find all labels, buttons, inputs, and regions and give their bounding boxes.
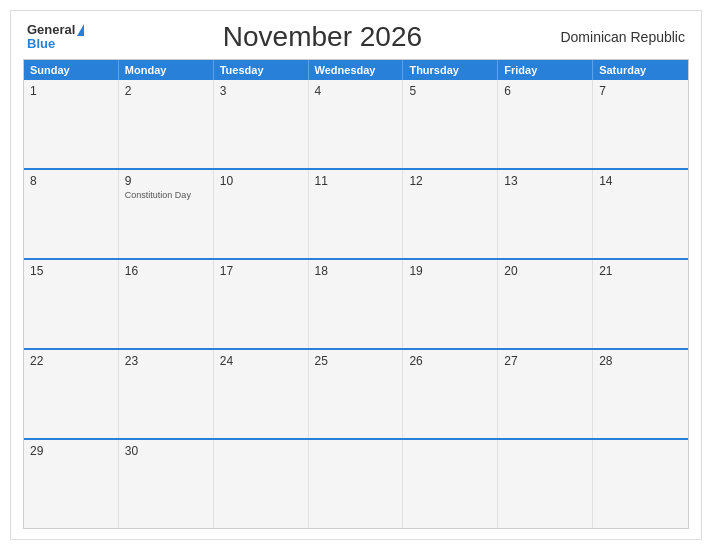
logo: General Blue: [27, 23, 84, 52]
day-headers-row: SundayMondayTuesdayWednesdayThursdayFrid…: [24, 60, 688, 80]
day-cell: 30: [119, 440, 214, 528]
day-header-saturday: Saturday: [593, 60, 688, 80]
day-cell: 29: [24, 440, 119, 528]
day-header-sunday: Sunday: [24, 60, 119, 80]
day-number: 19: [409, 264, 491, 278]
day-number: 4: [315, 84, 397, 98]
day-number: 8: [30, 174, 112, 188]
logo-general-text: General: [27, 23, 75, 37]
day-number: 23: [125, 354, 207, 368]
day-number: 21: [599, 264, 682, 278]
day-cell: 19: [403, 260, 498, 348]
day-cell: 6: [498, 80, 593, 168]
day-number: 14: [599, 174, 682, 188]
day-cell: 22: [24, 350, 119, 438]
day-number: 28: [599, 354, 682, 368]
day-number: 6: [504, 84, 586, 98]
day-cell: 3: [214, 80, 309, 168]
day-cell: 11: [309, 170, 404, 258]
day-number: 22: [30, 354, 112, 368]
day-cell: 5: [403, 80, 498, 168]
day-cell: 12: [403, 170, 498, 258]
day-header-friday: Friday: [498, 60, 593, 80]
day-number: 11: [315, 174, 397, 188]
week-row-3: 15161718192021: [24, 258, 688, 348]
calendar: General Blue November 2026 Dominican Rep…: [10, 10, 702, 540]
day-cell: 23: [119, 350, 214, 438]
day-number: 26: [409, 354, 491, 368]
day-cell: 16: [119, 260, 214, 348]
day-cell: [593, 440, 688, 528]
day-header-wednesday: Wednesday: [309, 60, 404, 80]
day-number: 18: [315, 264, 397, 278]
calendar-grid: SundayMondayTuesdayWednesdayThursdayFrid…: [23, 59, 689, 529]
day-cell: 24: [214, 350, 309, 438]
day-number: 30: [125, 444, 207, 458]
day-number: 12: [409, 174, 491, 188]
day-cell: 14: [593, 170, 688, 258]
day-number: 13: [504, 174, 586, 188]
day-number: 24: [220, 354, 302, 368]
day-number: 29: [30, 444, 112, 458]
day-header-monday: Monday: [119, 60, 214, 80]
day-cell: [214, 440, 309, 528]
day-number: 27: [504, 354, 586, 368]
day-header-thursday: Thursday: [403, 60, 498, 80]
week-row-5: 2930: [24, 438, 688, 528]
week-row-1: 1234567: [24, 80, 688, 168]
day-cell: 4: [309, 80, 404, 168]
day-cell: 13: [498, 170, 593, 258]
day-cell: 20: [498, 260, 593, 348]
day-cell: 28: [593, 350, 688, 438]
day-cell: [309, 440, 404, 528]
day-number: 7: [599, 84, 682, 98]
day-cell: 2: [119, 80, 214, 168]
weeks-container: 123456789Constitution Day101112131415161…: [24, 80, 688, 528]
day-cell: [498, 440, 593, 528]
day-cell: 26: [403, 350, 498, 438]
week-row-4: 22232425262728: [24, 348, 688, 438]
day-number: 5: [409, 84, 491, 98]
day-number: 15: [30, 264, 112, 278]
day-cell: 18: [309, 260, 404, 348]
holiday-label: Constitution Day: [125, 190, 207, 201]
day-cell: 17: [214, 260, 309, 348]
day-number: 16: [125, 264, 207, 278]
logo-blue-text: Blue: [27, 37, 84, 51]
week-row-2: 89Constitution Day1011121314: [24, 168, 688, 258]
day-cell: 27: [498, 350, 593, 438]
day-number: 3: [220, 84, 302, 98]
day-cell: 8: [24, 170, 119, 258]
day-cell: 25: [309, 350, 404, 438]
day-cell: 21: [593, 260, 688, 348]
country-label: Dominican Republic: [560, 29, 685, 45]
day-number: 1: [30, 84, 112, 98]
day-number: 10: [220, 174, 302, 188]
day-number: 17: [220, 264, 302, 278]
day-cell: 15: [24, 260, 119, 348]
day-cell: 10: [214, 170, 309, 258]
logo-triangle-icon: [77, 24, 84, 36]
day-number: 20: [504, 264, 586, 278]
day-number: 2: [125, 84, 207, 98]
month-title: November 2026: [223, 21, 422, 53]
day-header-tuesday: Tuesday: [214, 60, 309, 80]
day-number: 25: [315, 354, 397, 368]
day-cell: 1: [24, 80, 119, 168]
calendar-header: General Blue November 2026 Dominican Rep…: [23, 21, 689, 53]
day-cell: 9Constitution Day: [119, 170, 214, 258]
day-cell: 7: [593, 80, 688, 168]
day-cell: [403, 440, 498, 528]
day-number: 9: [125, 174, 207, 188]
